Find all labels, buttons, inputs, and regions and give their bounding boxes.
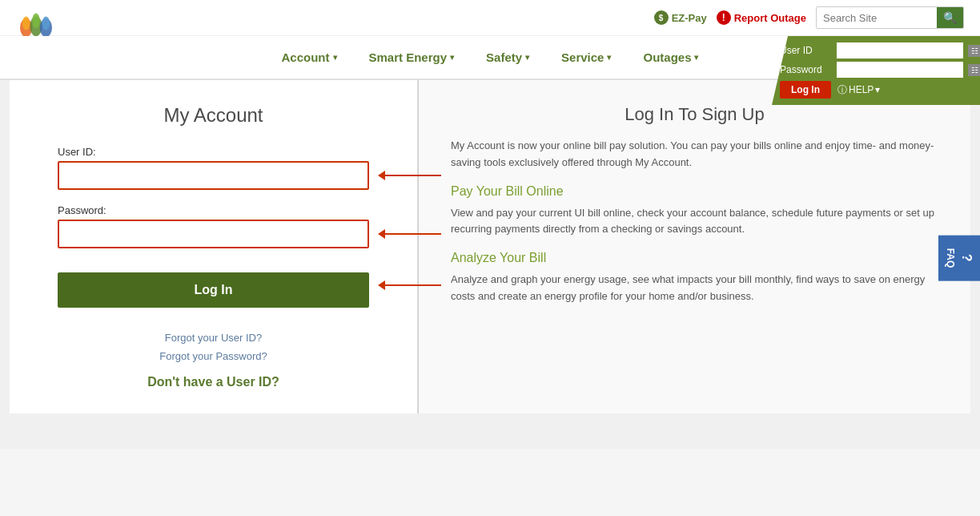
right-panel-title: Log In To Sign Up <box>451 104 938 125</box>
forgot-userid-link[interactable]: Forgot your User ID? <box>58 332 369 344</box>
nav-service-label: Service <box>561 50 604 64</box>
analyze-bill-text: Analyze and graph your energy usage, see… <box>451 272 938 305</box>
password-row: Password ☷ <box>780 62 972 78</box>
password-arrow <box>378 229 441 239</box>
main-login-button[interactable]: Log In <box>58 272 369 308</box>
nav-outages-label: Outages <box>643 50 691 64</box>
search-input[interactable] <box>817 8 937 28</box>
faq-question-icon: ? <box>959 254 974 262</box>
arrow-tail <box>385 175 441 176</box>
report-outage-label: Report Outage <box>734 12 806 24</box>
password-header-input[interactable] <box>837 62 963 78</box>
arrow-head-icon <box>378 280 385 290</box>
header-top: UI An AVANGRID Company $ EZ-Pay ! Report… <box>0 0 980 36</box>
pay-bill-text: View and pay your current UI bill online… <box>451 205 938 239</box>
help-chevron-icon: ▾ <box>875 84 880 95</box>
faq-button[interactable]: ? FAQ <box>938 236 980 281</box>
nav-item-outages[interactable]: Outages ▾ <box>627 36 714 79</box>
header-login-button[interactable]: Log In <box>780 81 831 99</box>
logo-icon <box>16 6 56 38</box>
arrow-head-icon <box>378 171 385 180</box>
nav-item-account[interactable]: Account ▾ <box>266 36 353 79</box>
right-panel: Log In To Sign Up My Account is now your… <box>419 80 970 413</box>
userid-icon-btn[interactable]: ☷ <box>968 45 980 57</box>
userid-header-input[interactable] <box>837 42 963 58</box>
userid-red-arrow <box>378 171 441 180</box>
ez-pay-icon: $ <box>654 10 669 25</box>
arrow-head-icon <box>378 229 385 239</box>
faq-label: FAQ <box>945 248 956 268</box>
arrow-tail <box>385 233 441 235</box>
main-content: My Account User ID: Password: <box>10 80 970 413</box>
ez-pay-link[interactable]: $ EZ-Pay <box>654 10 707 25</box>
search-button[interactable]: 🔍 <box>937 7 963 28</box>
userid-label: User ID: <box>58 146 369 158</box>
svg-point-5 <box>42 16 50 30</box>
nav-safety-label: Safety <box>486 50 522 64</box>
arrow-tail <box>385 284 441 286</box>
help-label: HELP <box>849 84 874 95</box>
userid-arrow <box>378 171 441 180</box>
userid-row: User ID ☷ <box>780 42 972 58</box>
forgot-links: Forgot your User ID? Forgot your Passwor… <box>58 332 369 362</box>
no-userid-text: Don't have a User ID? <box>58 375 369 389</box>
chevron-down-icon: ▾ <box>525 53 529 62</box>
nav-account-label: Account <box>282 50 330 64</box>
nav-item-safety[interactable]: Safety ▾ <box>470 36 545 79</box>
left-panel: My Account User ID: Password: <box>10 80 418 413</box>
login-btn-arrow <box>378 280 441 290</box>
nav-bar: Account ▾ Smart Energy ▾ Safety ▾ Servic… <box>0 36 980 80</box>
login-red-arrow <box>378 280 441 290</box>
svg-point-3 <box>32 14 40 29</box>
password-icon-btn[interactable]: ☷ <box>968 64 980 76</box>
nav-item-service[interactable]: Service ▾ <box>545 36 627 79</box>
report-outage-icon: ! <box>717 10 731 25</box>
help-question-icon: ⓘ <box>837 83 847 97</box>
right-panel-intro: My Account is now your online bill pay s… <box>451 138 938 171</box>
report-outage-link[interactable]: ! Report Outage <box>717 10 806 25</box>
login-header-panel: User ID ☷ Password ☷ Log In ⓘ HELP ▾ <box>772 36 980 105</box>
header-top-right: $ EZ-Pay ! Report Outage 🔍 <box>654 6 964 29</box>
svg-point-1 <box>22 16 30 30</box>
password-header-label: Password <box>780 64 832 75</box>
login-btn-wrapper: Log In <box>58 263 369 308</box>
login-panel-footer: Log In ⓘ HELP ▾ <box>780 81 972 99</box>
chevron-down-icon: ▾ <box>333 53 337 62</box>
chevron-down-icon: ▾ <box>607 53 611 62</box>
help-button[interactable]: ⓘ HELP ▾ <box>837 83 880 97</box>
userid-form-group: User ID: <box>58 146 369 190</box>
userid-header-label: User ID <box>780 45 832 56</box>
nav-items: Account ▾ Smart Energy ▾ Safety ▾ Servic… <box>266 36 715 79</box>
search-bar: 🔍 <box>816 6 964 29</box>
password-input[interactable] <box>58 220 369 248</box>
nav-smart-energy-label: Smart Energy <box>369 50 448 64</box>
ez-pay-label: EZ-Pay <box>672 12 707 24</box>
password-red-arrow <box>378 229 441 239</box>
password-label: Password: <box>58 204 369 216</box>
my-account-title: My Account <box>58 104 369 127</box>
chevron-down-icon: ▾ <box>694 53 698 62</box>
userid-input-wrapper <box>58 161 369 190</box>
password-form-group: Password: <box>58 204 369 248</box>
userid-input[interactable] <box>58 161 369 190</box>
nav-item-smart-energy[interactable]: Smart Energy ▾ <box>353 36 471 79</box>
pay-bill-title: Pay Your Bill Online <box>451 184 938 199</box>
analyze-bill-title: Analyze Your Bill <box>451 251 938 265</box>
password-input-wrapper <box>58 220 369 248</box>
forgot-password-link[interactable]: Forgot your Password? <box>58 350 369 362</box>
chevron-down-icon: ▾ <box>450 53 454 62</box>
